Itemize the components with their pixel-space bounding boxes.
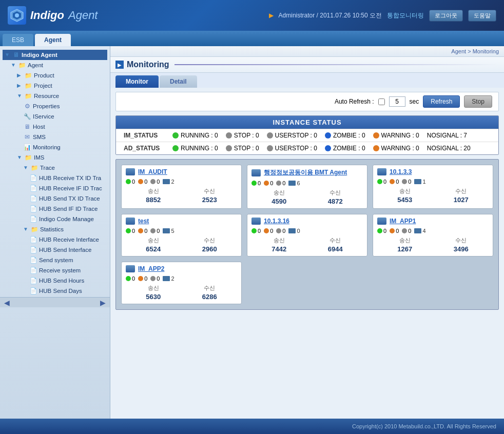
instance-header: IM_AUDIT xyxy=(126,168,237,175)
instance-values: 송신 수신 8852 2523 xyxy=(126,187,237,204)
sub-tab-monitor[interactable]: Monitor xyxy=(115,75,159,88)
nav-right-arrow[interactable]: ▶ xyxy=(96,299,110,307)
stop-stat: 0 xyxy=(402,228,411,234)
refresh-button[interactable]: Refresh xyxy=(423,95,460,108)
instance-name[interactable]: IM_APP1 xyxy=(390,218,416,225)
instances-grid: IM_AUDIT 0 0 0 2 xyxy=(115,159,499,310)
folder-icon: 📁 xyxy=(24,92,32,100)
running-count: 0 xyxy=(383,179,386,185)
sidebar-item-host[interactable]: 🖥 Host xyxy=(3,122,107,132)
tabbar: ESB Agent xyxy=(0,31,504,46)
tab-esb[interactable]: ESB xyxy=(3,34,33,46)
sidebar-item-hub-send-hours[interactable]: 📄 HUB Send Hours xyxy=(3,275,107,286)
running-stat: 0 xyxy=(126,228,135,234)
sidebar-item-receive-system[interactable]: 📄 Receive system xyxy=(3,265,107,275)
im-zombie: ZOMBIE : 0 xyxy=(325,132,365,139)
receive-label: 수신 xyxy=(182,284,238,292)
folder-icon: 📁 xyxy=(24,82,32,90)
running-dot xyxy=(172,145,179,151)
ad-running: RUNNING : 0 xyxy=(172,145,218,152)
sidebar-item-hub-send-if[interactable]: 📄 HUB Send IF ID Trace xyxy=(3,204,107,214)
receive-value: 2523 xyxy=(182,196,238,204)
sidebar-item-send-system[interactable]: 📄 Send system xyxy=(3,255,107,265)
sidebar-item-indigo-agent[interactable]: ▼ 🖥 Indigo Agent xyxy=(3,50,107,60)
help-button[interactable]: 도움말 xyxy=(468,10,496,22)
unified-monitor-link[interactable]: 통합모니터링 xyxy=(387,11,424,20)
instance-name[interactable]: 10.1.3.16 xyxy=(264,218,289,225)
tab-agent[interactable]: Agent xyxy=(35,34,71,46)
instance-values: 송신 수신 1267 3496 xyxy=(377,236,489,253)
instance-name[interactable]: 행정정보공동이용 BMT Agent xyxy=(264,168,347,177)
sidebar-item-hub-send-interface[interactable]: 📄 HUB Send Interface xyxy=(3,245,107,255)
sidebar-item-hub-receive-interface[interactable]: 📄 HUB Receive Interface xyxy=(3,234,107,245)
sidebar-item-project[interactable]: ▶ 📁 Project xyxy=(3,81,107,91)
instance-values: 송신 수신 6524 2960 xyxy=(126,236,237,253)
refresh-interval-input[interactable] xyxy=(389,96,405,107)
user-info: Administrator / 2011.07.26 10:50 오전 xyxy=(279,11,382,20)
sub-tab-detail[interactable]: Detail xyxy=(160,75,197,88)
send-label: 송신 xyxy=(251,189,307,196)
warning-stat: 0 xyxy=(264,180,273,186)
monitor-count: 2 xyxy=(171,275,174,282)
running-count: 0 xyxy=(258,180,261,186)
sidebar-item-iservice[interactable]: 🔧 IService xyxy=(3,111,107,122)
sidebar-item-agent[interactable]: ▼ 📁 Agent xyxy=(3,60,107,70)
refresh-unit: sec xyxy=(410,98,419,105)
instance-name[interactable]: IM_AUDIT xyxy=(138,168,167,175)
expand-icon: ▼ xyxy=(5,52,11,58)
sidebar-item-sms[interactable]: ✉ SMS xyxy=(3,132,107,142)
folder-icon: 📁 xyxy=(30,225,38,233)
instance-stats: 0 0 0 0 xyxy=(251,228,363,234)
receive-value: 1027 xyxy=(434,196,489,204)
item-icon: 📄 xyxy=(29,246,37,254)
sidebar-item-properties[interactable]: ⚙ Properties xyxy=(3,101,107,111)
stop-dot xyxy=(226,145,232,151)
folder-icon: 📁 xyxy=(30,164,38,172)
item-icon: 📄 xyxy=(29,194,37,203)
logout-button[interactable]: 로그아웃 xyxy=(429,10,463,22)
instance-stats: 0 0 0 4 xyxy=(377,228,489,234)
monitor-icon xyxy=(414,228,421,233)
main-layout: ▼ 🖥 Indigo Agent ▼ 📁 Agent ▶ 📁 Product ▶… xyxy=(0,46,504,419)
sidebar-item-hub-receive-if[interactable]: 📄 HUB Receive IF ID Trac xyxy=(3,183,107,193)
monitor-icon xyxy=(288,181,296,186)
sidebar-item-monitoring[interactable]: 📊 Monitoring xyxy=(3,142,107,152)
running-dot-small xyxy=(377,228,382,233)
warning-stat: 0 xyxy=(138,275,147,282)
instance-stats: 0 0 0 2 xyxy=(126,275,237,282)
expand-icon: ▶ xyxy=(17,83,23,89)
instance-name[interactable]: test xyxy=(138,218,149,225)
iservice-icon: 🔧 xyxy=(23,112,31,121)
stop-button[interactable]: Stop xyxy=(464,95,492,108)
warning-count: 0 xyxy=(144,179,147,185)
instance-stats: 0 0 0 2 xyxy=(126,179,237,185)
receive-value: 4872 xyxy=(308,198,363,205)
stop-dot-small xyxy=(150,276,156,281)
instance-header: 행정정보공동이용 BMT Agent xyxy=(251,168,363,177)
sidebar-item-hub-send-tx[interactable]: 📄 HUB Send TX ID Trace xyxy=(3,193,107,204)
instance-name[interactable]: IM_APP2 xyxy=(138,265,164,272)
sidebar-item-statistics[interactable]: ▼ 📁 Statistics xyxy=(3,224,107,234)
sidebar-item-ims[interactable]: ▼ 📁 IMS xyxy=(3,152,107,163)
instance-icon xyxy=(126,218,135,225)
monitor-count: 4 xyxy=(422,228,425,234)
nav-left-arrow[interactable]: ◀ xyxy=(0,299,14,307)
sidebar-item-product[interactable]: ▶ 📁 Product xyxy=(3,70,107,81)
header-right: ▶ Administrator / 2011.07.26 10:50 오전 통합… xyxy=(269,10,496,22)
sidebar-item-hub-send-days[interactable]: 📄 HUB Send Days xyxy=(3,286,107,296)
stop-stat: 0 xyxy=(150,228,160,234)
sidebar-item-indigo-code[interactable]: 📄 Indigo Code Manage xyxy=(3,214,107,224)
sidebar-item-hub-receive-tx[interactable]: 📄 HUB Receive TX ID Tra xyxy=(3,173,107,183)
running-count: 0 xyxy=(132,228,135,234)
sidebar: ▼ 🖥 Indigo Agent ▼ 📁 Agent ▶ 📁 Product ▶… xyxy=(0,46,110,419)
receive-label: 수신 xyxy=(434,236,489,244)
instance-name[interactable]: 10.1.3.3 xyxy=(390,168,412,175)
ad-userstop: USERSTOP : 0 xyxy=(267,145,317,152)
stop-dot-small xyxy=(150,179,156,184)
sidebar-item-resource[interactable]: ▼ 📁 Resource xyxy=(3,91,107,101)
warning-dot-small xyxy=(138,276,143,281)
monitor-count: 6 xyxy=(297,180,300,186)
sidebar-item-trace[interactable]: ▼ 📁 Trace xyxy=(3,163,107,173)
item-icon: 📄 xyxy=(29,184,37,192)
auto-refresh-checkbox[interactable] xyxy=(378,98,385,105)
